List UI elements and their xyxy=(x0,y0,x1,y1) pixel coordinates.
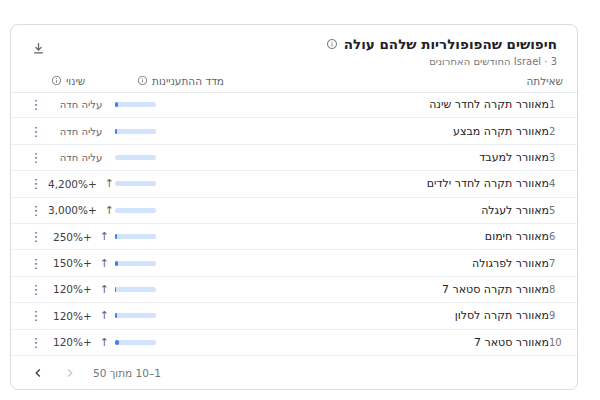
pagination: 1–10 מתוך 50 xyxy=(11,357,577,389)
interest-bar-track xyxy=(115,313,156,318)
arrow-up-icon: ↑ xyxy=(105,205,114,216)
change-cell: עליה חדה xyxy=(47,126,115,137)
change-value: +150% xyxy=(53,257,92,269)
interest-bar-track xyxy=(115,261,156,266)
table-row[interactable]: 1 מאוורר תקרה לחדר שינה עליה חדה ⋮ xyxy=(11,92,577,118)
interest-bar-marker xyxy=(115,340,119,345)
change-cell: ↑ +4,200% xyxy=(47,178,115,190)
chevron-right-icon xyxy=(62,365,78,381)
change-cell: ↑ +120% xyxy=(47,336,115,348)
change-value: +120% xyxy=(53,336,92,348)
download-icon xyxy=(31,41,46,56)
table-row[interactable]: 8 מאוורר תקרה סטאר 7 ↑ +120% ⋮ xyxy=(11,277,577,303)
column-header-change: שינוי xyxy=(51,69,85,92)
title-info-button[interactable] xyxy=(326,38,338,50)
interest-bar-marker xyxy=(115,261,118,266)
more-options-button[interactable]: ⋮ xyxy=(25,256,47,271)
interest-bar-track xyxy=(115,208,156,213)
change-value: +250% xyxy=(53,231,92,243)
more-options-button[interactable]: ⋮ xyxy=(25,176,47,191)
more-options-button[interactable]: ⋮ xyxy=(25,308,47,323)
trends-rising-card: חיפושים שהפופולריות שלהם עולה Israel · 3… xyxy=(10,24,578,390)
row-rank: 9 xyxy=(549,310,565,321)
search-term[interactable]: מאוורר לעגלה xyxy=(156,204,549,217)
table-row[interactable]: 5 מאוורר לעגלה ↑ +3,000% ⋮ xyxy=(11,198,577,224)
table-body: 1 מאוורר תקרה לחדר שינה עליה חדה ⋮ 2 מאו… xyxy=(11,92,577,356)
interest-bar-track xyxy=(115,181,156,186)
interest-bar-track xyxy=(115,340,156,345)
change-value: עליה חדה xyxy=(60,126,102,137)
interest-bar-marker xyxy=(115,313,117,318)
change-value: עליה חדה xyxy=(60,99,102,110)
arrow-up-icon: ↑ xyxy=(100,284,109,295)
search-term[interactable]: מאוורר תקרה מבצע xyxy=(156,125,549,138)
download-button[interactable] xyxy=(27,37,49,59)
interest-bar xyxy=(115,129,156,134)
table-row[interactable]: 6 מאוורר חימום ↑ +250% ⋮ xyxy=(11,224,577,250)
change-value: +4,200% xyxy=(48,178,97,190)
interest-bar-marker xyxy=(115,129,117,134)
interest-bar-track xyxy=(115,234,156,239)
change-cell: ↑ +120% xyxy=(47,283,115,295)
row-rank: 4 xyxy=(549,178,565,189)
row-rank: 6 xyxy=(549,231,565,242)
search-term[interactable]: מאוורר תקרה לחדר שינה xyxy=(156,98,549,111)
row-rank: 2 xyxy=(549,126,565,137)
more-options-button[interactable]: ⋮ xyxy=(25,229,47,244)
table-row[interactable]: 3 מאוורר למעבד עליה חדה ⋮ xyxy=(11,145,577,171)
arrow-up-icon: ↑ xyxy=(100,310,109,321)
info-icon xyxy=(326,38,338,50)
table-row[interactable]: 10 מאוורר סטאר 7 ↑ +120% ⋮ xyxy=(11,330,577,356)
search-term[interactable]: מאוורר סטאר 7 xyxy=(156,336,549,349)
search-term[interactable]: מאוורר תקרה לחדר ילדים xyxy=(156,177,549,190)
interest-bar xyxy=(115,234,156,239)
change-cell: ↑ +250% xyxy=(47,231,115,243)
arrow-up-icon: ↑ xyxy=(100,231,109,242)
row-rank: 5 xyxy=(549,205,565,216)
interest-bar xyxy=(115,340,156,345)
info-icon xyxy=(137,75,148,86)
interest-bar-track xyxy=(115,287,156,292)
more-options-button[interactable]: ⋮ xyxy=(25,335,47,350)
page: חיפושים שהפופולריות שלהם עולה Israel · 3… xyxy=(0,0,600,400)
change-info-button[interactable] xyxy=(51,75,62,86)
column-header-interest-label: מדד ההתעניינות xyxy=(152,75,224,87)
interest-info-button[interactable] xyxy=(137,75,148,86)
interest-bar xyxy=(115,155,156,160)
search-term[interactable]: מאוורר למעבד xyxy=(156,151,549,164)
table-header: שאילתה מדד ההתעניינות שינוי xyxy=(11,69,577,93)
more-options-button[interactable]: ⋮ xyxy=(25,97,47,112)
search-term[interactable]: מאוורר תקרה לסלון xyxy=(156,309,549,322)
previous-page-button[interactable] xyxy=(61,364,79,382)
column-header-query-label: שאילתה xyxy=(526,75,563,87)
change-cell: ↑ +120% xyxy=(47,310,115,322)
table-row[interactable]: 4 מאוורר תקרה לחדר ילדים ↑ +4,200% ⋮ xyxy=(11,171,577,197)
change-cell: עליה חדה xyxy=(47,99,115,110)
column-header-query: שאילתה xyxy=(526,69,563,92)
interest-bar-marker xyxy=(115,287,116,292)
change-value: +120% xyxy=(53,310,92,322)
arrow-up-icon: ↑ xyxy=(105,178,114,189)
search-term[interactable]: מאוורר תקרה סטאר 7 xyxy=(156,283,549,296)
more-options-button[interactable]: ⋮ xyxy=(25,150,47,165)
next-page-button[interactable] xyxy=(29,364,47,382)
row-rank: 8 xyxy=(549,284,565,295)
row-rank: 10 xyxy=(549,337,565,348)
interest-bar-track xyxy=(115,155,156,160)
search-term[interactable]: מאוורר חימום xyxy=(156,230,549,243)
search-term[interactable]: מאוורר לפרגולה xyxy=(156,257,549,270)
more-options-button[interactable]: ⋮ xyxy=(25,124,47,139)
interest-bar-track xyxy=(115,102,156,107)
pagination-label: 1–10 מתוך 50 xyxy=(93,367,161,379)
info-icon xyxy=(51,75,62,86)
arrow-up-icon: ↑ xyxy=(100,258,109,269)
table-row[interactable]: 9 מאוורר תקרה לסלון ↑ +120% ⋮ xyxy=(11,303,577,329)
card-header: חיפושים שהפופולריות שלהם עולה Israel · 3… xyxy=(326,36,557,67)
more-options-button[interactable]: ⋮ xyxy=(25,203,47,218)
column-header-change-label: שינוי xyxy=(66,75,85,87)
table-row[interactable]: 2 מאוורר תקרה מבצע עליה חדה ⋮ xyxy=(11,118,577,144)
table-row[interactable]: 7 מאוורר לפרגולה ↑ +150% ⋮ xyxy=(11,250,577,276)
more-options-button[interactable]: ⋮ xyxy=(25,282,47,297)
card-subtitle: Israel · 3 החודשים האחרונים xyxy=(326,56,557,67)
change-cell: ↑ +3,000% xyxy=(47,204,115,216)
